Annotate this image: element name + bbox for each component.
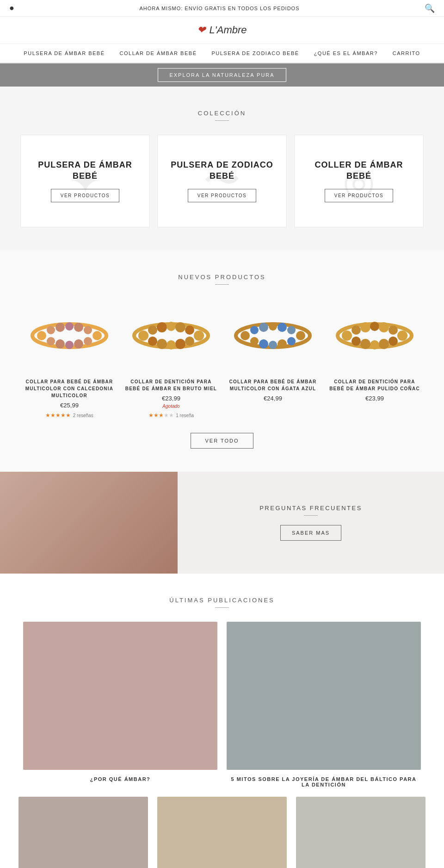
- svg-point-15: [148, 325, 157, 335]
- product-name-3: COLLAR DE DENTICIÓN PARA BEBÉ DE ÁMBAR P…: [328, 378, 421, 392]
- svg-point-2: [47, 326, 55, 334]
- collection-title: COLECCIÓN: [18, 110, 426, 117]
- svg-point-22: [175, 339, 185, 349]
- blog-section: ÚLTIMAS PUBLICACIONES ¿POR QUÉ ÁMBAR? 5 …: [0, 574, 444, 868]
- faq-image: [0, 472, 178, 574]
- account-icon[interactable]: ●: [9, 3, 14, 13]
- collection-card-2: ◎ COLLER DE ÁMBAR BEBÉ VER PRODUCTOS: [294, 135, 424, 227]
- svg-point-51: [352, 337, 361, 346]
- svg-point-38: [250, 337, 259, 345]
- product-price-2: €24,99: [227, 395, 319, 402]
- svg-point-4: [65, 322, 74, 331]
- svg-point-5: [74, 323, 83, 332]
- nav-collar-ambar[interactable]: COLLAR DE ÁMBAR BEBÉ: [120, 50, 197, 56]
- blog-card-sm-0[interactable]: [18, 797, 148, 868]
- product-card-1[interactable]: COLLAR DE DENTICIÓN PARA BEBÉ DE ÁMBAR E…: [125, 299, 217, 419]
- header: ❤ L'Ambre: [0, 17, 444, 44]
- svg-point-16: [157, 322, 167, 332]
- svg-point-35: [278, 339, 287, 349]
- nav-que-es[interactable]: ¿QUÉ ES EL ÁMBAR?: [314, 50, 378, 56]
- blog-img-1: [227, 622, 421, 770]
- svg-point-23: [166, 340, 176, 350]
- svg-point-40: [342, 331, 352, 341]
- product-price-1: €23,99: [125, 395, 217, 402]
- svg-point-18: [175, 322, 185, 332]
- svg-point-11: [56, 339, 65, 349]
- search-icon[interactable]: 🔍: [425, 3, 435, 13]
- collection-grid: ✦ PULSERA DE ÁMBAR BEBÉ VER PRODUCTOS 〜 …: [18, 135, 426, 227]
- svg-point-47: [388, 337, 398, 346]
- collection-section: COLECCIÓN ✦ PULSERA DE ÁMBAR BEBÉ VER PR…: [0, 87, 444, 250]
- svg-point-1: [37, 331, 46, 340]
- svg-point-14: [138, 331, 148, 341]
- svg-point-19: [185, 325, 194, 335]
- products-divider: [215, 284, 229, 285]
- svg-point-24: [157, 339, 167, 349]
- svg-point-37: [259, 339, 268, 349]
- blog-img-sm-1: [157, 797, 287, 868]
- svg-point-10: [65, 341, 74, 349]
- main-nav: PULSERA DE ÁMBAR BEBÉ COLLAR DE ÁMBAR BE…: [0, 44, 444, 63]
- faq-title: PREGUNTAS FRECUENTES: [259, 505, 362, 512]
- blog-card-0[interactable]: ¿POR QUÉ ÁMBAR?: [23, 622, 217, 787]
- collection-divider: [215, 120, 229, 121]
- logo-heart-icon: ❤: [197, 24, 205, 36]
- blog-row-2: [18, 797, 426, 868]
- product-img-0: [23, 299, 116, 373]
- svg-point-50: [360, 339, 370, 349]
- blog-card-sm-1[interactable]: [157, 797, 287, 868]
- collection-card-content-0: PULSERA DE ÁMBAR BEBÉ VER PRODUCTOS: [30, 160, 140, 202]
- svg-point-46: [397, 331, 407, 341]
- product-price-3: €23,99: [328, 395, 421, 402]
- product-price-0: €25,99: [23, 402, 116, 409]
- logo[interactable]: ❤ L'Ambre: [197, 24, 247, 36]
- nav-carrito[interactable]: CARRITO: [393, 50, 420, 56]
- blog-img-0: [23, 622, 217, 770]
- product-name-1: COLLAR DE DENTICIÓN PARA BEBÉ DE ÁMBAR E…: [125, 378, 217, 392]
- svg-point-44: [379, 322, 389, 332]
- svg-point-48: [379, 339, 389, 349]
- blog-img-sm-0: [18, 797, 148, 868]
- product-name-0: COLLAR PARA BEBÉ DE ÁMBAR MULTICOLOR CON…: [23, 378, 116, 399]
- blog-img-sm-2: [296, 797, 426, 868]
- product-card-3[interactable]: COLLAR DE DENTICIÓN PARA BEBÉ DE ÁMBAR P…: [328, 299, 421, 419]
- hero-button[interactable]: EXPLORA LA NATURALEZA PURA: [158, 68, 286, 82]
- svg-point-28: [250, 326, 259, 334]
- svg-point-21: [185, 337, 194, 346]
- svg-point-34: [287, 337, 296, 345]
- promo-text: AHORA MISMO: ENVÍO GRATIS EN TODOS LOS P…: [14, 6, 425, 11]
- blog-card-1[interactable]: 5 MITOS SOBRE LA JOYERÍA DE ÁMBAR DEL BÁ…: [227, 622, 421, 787]
- svg-point-43: [370, 322, 379, 331]
- svg-point-30: [269, 322, 277, 331]
- svg-point-27: [240, 331, 250, 340]
- hero-banner: EXPLORA LA NATURALEZA PURA: [0, 63, 444, 87]
- logo-text: L'Ambre: [209, 24, 247, 36]
- svg-point-49: [370, 340, 379, 350]
- ver-todo-button[interactable]: VER TODO: [191, 433, 253, 449]
- product-card-2[interactable]: COLLAR PARA BEBÉ DE ÁMBAR MULTICOLOR CON…: [227, 299, 319, 419]
- faq-content: PREGUNTAS FRECUENTES SABER MAS: [178, 472, 444, 574]
- blog-card-sm-2[interactable]: [296, 797, 426, 868]
- product-badge-1: Agotado: [125, 404, 217, 409]
- product-card-0[interactable]: COLLAR PARA BEBÉ DE ÁMBAR MULTICOLOR CON…: [23, 299, 116, 419]
- collection-card-title-2: COLLER DE ÁMBAR BEBÉ: [304, 160, 414, 181]
- saber-mas-button[interactable]: SABER MAS: [280, 525, 341, 541]
- svg-point-29: [259, 323, 268, 332]
- collection-btn-1[interactable]: VER PRODUCTOS: [188, 189, 257, 202]
- collection-btn-0[interactable]: VER PRODUCTOS: [51, 189, 120, 202]
- nav-pulsera-zodiaco[interactable]: PULSERA DE ZODIACO BEBÉ: [211, 50, 299, 56]
- blog-grid: ¿POR QUÉ ÁMBAR? 5 MITOS SOBRE LA JOYERÍA…: [18, 622, 426, 787]
- blog-title: ÚLTIMAS PUBLICACIONES: [18, 597, 426, 604]
- collection-card-content-2: COLLER DE ÁMBAR BEBÉ VER PRODUCTOS: [304, 160, 414, 202]
- blog-post-title-0: ¿POR QUÉ ÁMBAR?: [23, 776, 217, 782]
- nav-pulsera-ambar[interactable]: PULSERA DE ÁMBAR BEBÉ: [24, 50, 105, 56]
- collection-card-title-1: PULSERA DE ZODIACO BEBÉ: [167, 160, 277, 181]
- svg-point-7: [92, 331, 102, 340]
- blog-post-title-1: 5 MITOS SOBRE LA JOYERÍA DE ÁMBAR DEL BÁ…: [227, 776, 421, 787]
- collection-card-1: 〜 PULSERA DE ZODIACO BEBÉ VER PRODUCTOS: [157, 135, 287, 227]
- svg-point-42: [360, 322, 370, 332]
- svg-point-9: [74, 339, 83, 349]
- svg-point-20: [194, 331, 204, 341]
- svg-point-17: [166, 322, 176, 331]
- collection-btn-2[interactable]: VER PRODUCTOS: [325, 189, 394, 202]
